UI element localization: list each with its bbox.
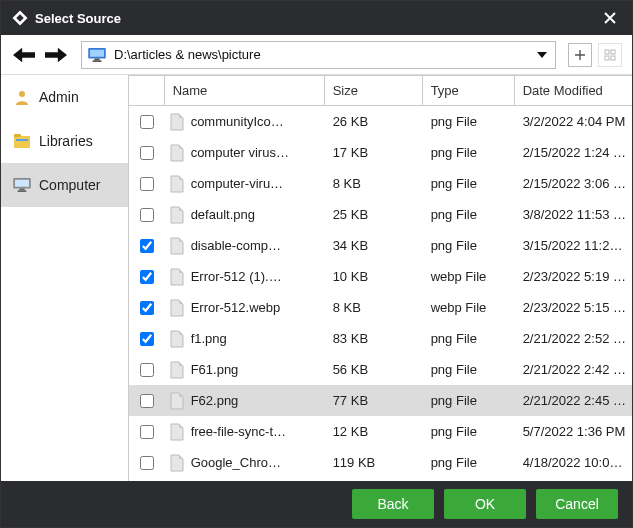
file-size: 26 KB — [325, 114, 423, 129]
file-icon — [169, 206, 185, 224]
table-row[interactable]: default.png25 KBpng File3/8/2022 11:53 … — [129, 199, 632, 230]
svg-rect-13 — [15, 180, 29, 187]
table-row[interactable]: free-file-sync-t…12 KBpng File5/7/2022 1… — [129, 416, 632, 447]
file-type: webp File — [423, 269, 515, 284]
navigation-toolbar: D:\articles & news\picture — [1, 35, 632, 75]
file-name: Error-512.webp — [191, 300, 281, 315]
svg-rect-2 — [94, 58, 99, 60]
file-date: 2/21/2022 2:52 … — [515, 331, 632, 346]
file-icon — [169, 330, 185, 348]
path-combobox[interactable]: D:\articles & news\picture — [81, 41, 556, 69]
file-type: png File — [423, 455, 515, 470]
file-rows[interactable]: communityIco…26 KBpng File3/2/2022 4:04 … — [129, 106, 632, 481]
row-checkbox[interactable] — [140, 456, 154, 470]
table-row[interactable]: Error-512.webp8 KBwebp File2/23/2022 5:1… — [129, 292, 632, 323]
file-date: 2/15/2022 3:06 … — [515, 176, 632, 191]
row-checkbox[interactable] — [140, 270, 154, 284]
file-size: 17 KB — [325, 145, 423, 160]
col-header-type[interactable]: Type — [423, 76, 515, 105]
row-checkbox[interactable] — [140, 115, 154, 129]
sidebar-item-libraries[interactable]: Libraries — [1, 119, 128, 163]
file-icon — [169, 144, 185, 162]
file-name: f1.png — [191, 331, 227, 346]
table-row[interactable]: Google_Chro…119 KBpng File4/18/2022 10:0… — [129, 447, 632, 478]
path-dropdown-icon[interactable] — [535, 48, 549, 62]
svg-rect-9 — [14, 136, 30, 148]
file-icon — [169, 299, 185, 317]
select-source-window: Select Source D:\articles & news\picture — [0, 0, 633, 528]
file-date: 3/15/2022 11:2… — [515, 238, 632, 253]
table-row[interactable]: computer virus…17 KBpng File2/15/2022 1:… — [129, 137, 632, 168]
file-type: png File — [423, 331, 515, 346]
new-folder-button[interactable] — [568, 43, 592, 67]
file-size: 8 KB — [325, 300, 423, 315]
table-row[interactable]: Error-512 (1).…10 KBwebp File2/23/2022 5… — [129, 261, 632, 292]
file-date: 2/23/2022 5:15 … — [515, 300, 632, 315]
file-size: 8 KB — [325, 176, 423, 191]
file-name: Error-512 (1).… — [191, 269, 282, 284]
file-size: 34 KB — [325, 238, 423, 253]
file-size: 10 KB — [325, 269, 423, 284]
svg-rect-5 — [611, 50, 615, 54]
ok-button[interactable]: OK — [444, 489, 526, 519]
table-row[interactable]: f1.png83 KBpng File2/21/2022 2:52 … — [129, 323, 632, 354]
file-name: F61.png — [191, 362, 239, 377]
path-text: D:\articles & news\picture — [114, 47, 535, 62]
file-type: png File — [423, 145, 515, 160]
back-button[interactable]: Back — [352, 489, 434, 519]
table-row[interactable]: F61.png56 KBpng File2/21/2022 2:42 … — [129, 354, 632, 385]
col-header-size[interactable]: Size — [325, 76, 423, 105]
col-header-checkbox[interactable] — [129, 76, 165, 105]
close-button[interactable] — [594, 2, 626, 34]
table-row[interactable]: communityIco…26 KBpng File3/2/2022 4:04 … — [129, 106, 632, 137]
row-checkbox[interactable] — [140, 332, 154, 346]
file-icon — [169, 113, 185, 131]
file-type: png File — [423, 362, 515, 377]
svg-rect-3 — [93, 60, 102, 62]
row-checkbox[interactable] — [140, 363, 154, 377]
file-icon — [169, 423, 185, 441]
file-size: 25 KB — [325, 207, 423, 222]
cancel-button[interactable]: Cancel — [536, 489, 618, 519]
file-name: computer-viru… — [191, 176, 283, 191]
col-header-name[interactable]: Name — [165, 76, 325, 105]
table-row[interactable]: disable-comp…34 KBpng File3/15/2022 11:2… — [129, 230, 632, 261]
table-row[interactable]: F62.png77 KBpng File2/21/2022 2:45 … — [129, 385, 632, 416]
file-size: 83 KB — [325, 331, 423, 346]
file-date: 3/8/2022 11:53 … — [515, 207, 632, 222]
file-list-panel: Name Size Type Date Modified communityIc… — [128, 75, 632, 481]
row-checkbox[interactable] — [140, 208, 154, 222]
row-checkbox[interactable] — [140, 239, 154, 253]
file-type: png File — [423, 176, 515, 191]
monitor-icon — [88, 48, 106, 62]
svg-rect-15 — [18, 190, 27, 192]
window-title: Select Source — [35, 11, 594, 26]
file-type: png File — [423, 393, 515, 408]
table-row[interactable]: computer-viru…8 KBpng File2/15/2022 3:06… — [129, 168, 632, 199]
file-name: free-file-sync-t… — [191, 424, 286, 439]
row-checkbox[interactable] — [140, 301, 154, 315]
row-checkbox[interactable] — [140, 146, 154, 160]
file-date: 2/21/2022 2:42 … — [515, 362, 632, 377]
col-header-date[interactable]: Date Modified — [515, 76, 632, 105]
file-date: 2/15/2022 1:24 … — [515, 145, 632, 160]
row-checkbox[interactable] — [140, 177, 154, 191]
nav-back-button[interactable] — [11, 42, 37, 68]
nav-forward-button[interactable] — [43, 42, 69, 68]
row-checkbox[interactable] — [140, 394, 154, 408]
sidebar-item-admin[interactable]: Admin — [1, 75, 128, 119]
file-size: 12 KB — [325, 424, 423, 439]
sidebar-item-computer[interactable]: Computer — [1, 163, 128, 207]
row-checkbox[interactable] — [140, 425, 154, 439]
app-icon — [11, 9, 29, 27]
svg-rect-11 — [16, 139, 28, 141]
file-name: computer virus… — [191, 145, 289, 160]
sidebar-item-label: Computer — [39, 177, 100, 193]
file-size: 56 KB — [325, 362, 423, 377]
sidebar: Admin Libraries Computer — [1, 75, 128, 481]
view-options-button[interactable] — [598, 43, 622, 67]
computer-icon — [13, 176, 31, 194]
file-type: png File — [423, 114, 515, 129]
file-name: communityIco… — [191, 114, 284, 129]
file-icon — [169, 392, 185, 410]
